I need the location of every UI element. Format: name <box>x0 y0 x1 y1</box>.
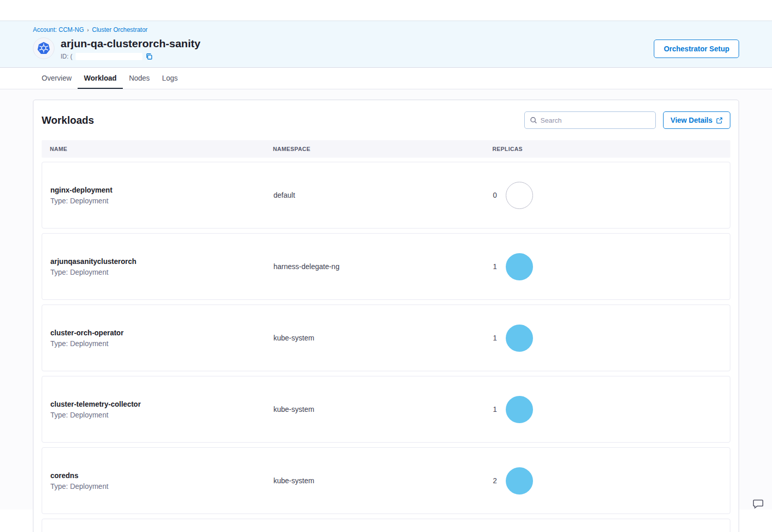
workloads-card: Workloads View Details <box>33 100 739 532</box>
column-namespace: NAMESPACE <box>273 146 492 152</box>
workload-name: arjunqasanityclusterorch <box>50 257 273 265</box>
view-details-label: View Details <box>671 116 712 124</box>
search-icon <box>530 117 537 124</box>
breadcrumb: Account: CCM-NG › Cluster Orchestrator <box>33 26 739 33</box>
breadcrumb-account[interactable]: Account: CCM-NG <box>33 26 84 33</box>
cluster-id-label: ID: ( <box>61 53 72 60</box>
kubernetes-logo-icon <box>33 37 54 59</box>
workload-namespace: default <box>273 191 493 199</box>
main-area: Workloads View Details <box>0 89 772 509</box>
replica-count: 1 <box>493 262 497 271</box>
replica-status-circle <box>506 396 533 423</box>
workloads-heading: Workloads <box>42 115 94 126</box>
tabs: OverviewWorkloadNodesLogs <box>0 68 772 89</box>
workload-name: coredns <box>50 471 273 480</box>
table-rows: nginx-deployment Type: Deployment defaul… <box>42 162 730 514</box>
workload-type: Type: Deployment <box>50 197 273 205</box>
replica-status-circle <box>506 325 533 352</box>
workload-type: Type: Deployment <box>50 268 273 276</box>
tab-workload[interactable]: Workload <box>78 68 123 89</box>
page-title: arjun-qa-clusterorch-sanity <box>61 37 200 50</box>
workload-namespace: kube-system <box>273 405 493 413</box>
replica-status-circle <box>506 467 533 495</box>
table-row[interactable]: cluster-telemetry-collector Type: Deploy… <box>42 376 730 443</box>
view-details-button[interactable]: View Details <box>663 111 730 129</box>
table-row[interactable]: arjunqasanityclusterorch Type: Deploymen… <box>42 233 730 300</box>
column-name: NAME <box>50 146 273 152</box>
workload-type: Type: Deployment <box>50 411 273 419</box>
workload-namespace: kube-system <box>273 477 493 485</box>
table-row-partial <box>42 519 730 532</box>
table-header: NAME NAMESPACE REPLICAS <box>42 140 730 158</box>
tab-logs[interactable]: Logs <box>156 68 183 89</box>
replica-count: 2 <box>493 477 497 485</box>
external-link-icon <box>716 117 723 124</box>
workload-name: cluster-telemetry-collector <box>50 400 273 408</box>
workload-namespace: harness-delegate-ng <box>273 262 493 271</box>
search-input[interactable] <box>541 117 650 124</box>
replica-count: 1 <box>493 405 497 413</box>
cluster-id-redacted <box>76 53 142 60</box>
replica-count: 0 <box>493 191 497 199</box>
orchestrator-setup-button[interactable]: Orchestrator Setup <box>654 40 739 58</box>
replica-count: 1 <box>493 334 497 342</box>
breadcrumb-separator-icon: › <box>87 27 89 33</box>
replica-status-circle <box>506 182 533 209</box>
top-spacer <box>0 0 772 21</box>
workload-name: nginx-deployment <box>50 186 273 194</box>
breadcrumb-section[interactable]: Cluster Orchestrator <box>92 26 148 33</box>
table-row[interactable]: nginx-deployment Type: Deployment defaul… <box>42 162 730 229</box>
workload-namespace: kube-system <box>273 334 493 342</box>
replica-status-circle <box>506 253 533 280</box>
page-header: Account: CCM-NG › Cluster Orchestrator <box>0 21 772 68</box>
tab-overview[interactable]: Overview <box>35 68 78 89</box>
table-row[interactable]: cluster-orch-operator Type: Deployment k… <box>42 305 730 371</box>
column-replicas: REPLICAS <box>492 146 730 152</box>
copy-icon[interactable] <box>145 53 153 60</box>
tab-nodes[interactable]: Nodes <box>123 68 156 89</box>
chat-help-icon[interactable] <box>752 498 764 509</box>
workload-type: Type: Deployment <box>50 482 273 490</box>
workload-name: cluster-orch-operator <box>50 329 273 337</box>
workload-type: Type: Deployment <box>50 339 273 348</box>
table-row[interactable]: coredns Type: Deployment kube-system 2 <box>42 447 730 514</box>
search-box[interactable] <box>524 111 656 129</box>
